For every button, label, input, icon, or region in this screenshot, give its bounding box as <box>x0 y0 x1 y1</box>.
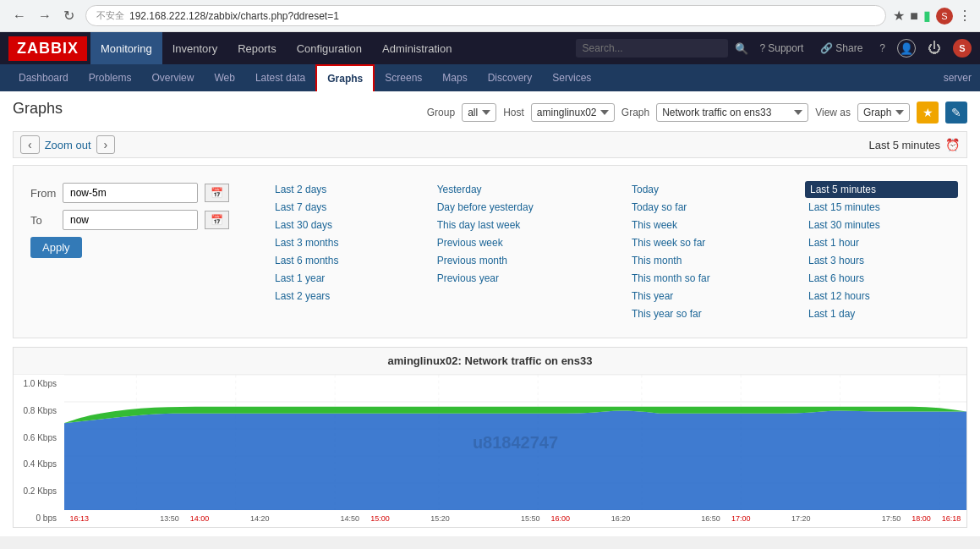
quick-link[interactable]: Last 1 day <box>805 305 958 322</box>
quick-link[interactable]: Last 6 months <box>271 252 417 269</box>
quick-link[interactable]: This week <box>628 217 788 233</box>
quick-link[interactable]: Last 3 hours <box>805 252 958 269</box>
quick-link[interactable]: Last 15 minutes <box>805 199 958 216</box>
quick-link[interactable]: Last 2 years <box>271 288 417 305</box>
quick-link[interactable]: Last 5 minutes <box>805 181 958 198</box>
subnav-graphs[interactable]: Graphs <box>315 64 375 91</box>
zabbix-logo[interactable]: ZABBIX <box>8 36 87 61</box>
to-input[interactable] <box>63 210 198 230</box>
x-axis-tick: 17:20 <box>786 514 817 523</box>
quick-link[interactable]: Last 1 hour <box>805 234 958 251</box>
more-options-icon[interactable]: ⋮ <box>958 8 972 24</box>
subnav-problems[interactable]: Problems <box>79 64 142 91</box>
share-button[interactable]: 🔗 Share <box>815 40 868 57</box>
zoom-next-button[interactable]: › <box>96 135 116 154</box>
x-axis-tick: 16:13 <box>64 514 95 523</box>
zoom-bar: ‹ Zoom out › Last 5 minutes ⏰ <box>13 131 967 158</box>
subnav-latestdata[interactable]: Latest data <box>245 64 315 91</box>
date-form: From 📅 To 📅 Apply <box>14 174 246 329</box>
subnav-dashboard[interactable]: Dashboard <box>8 64 79 91</box>
to-row: To 📅 <box>30 210 229 230</box>
subnav-web[interactable]: Web <box>204 64 244 91</box>
quick-link[interactable]: Last 30 minutes <box>805 217 958 233</box>
x-axis-tick: 14:00 <box>184 514 215 523</box>
quick-link[interactable]: Last 30 days <box>271 217 417 233</box>
user-badge[interactable]: S <box>953 39 972 58</box>
quick-link[interactable]: This day last week <box>434 217 611 233</box>
subnav-discovery[interactable]: Discovery <box>478 64 543 91</box>
power-button[interactable]: ⏻ <box>923 38 946 58</box>
extensions-icon[interactable]: ■ <box>910 8 918 24</box>
from-input[interactable] <box>63 183 198 203</box>
browser-icons: ★ ■ ▮ S ⋮ <box>893 8 972 25</box>
quick-link[interactable]: Day before yesterday <box>434 199 611 216</box>
quick-link[interactable]: Last 7 days <box>271 199 417 216</box>
graph-container[interactable]: 1.0 Kbps0.8 Kbps0.6 Kbps0.4 Kbps0.2 Kbps… <box>14 375 966 527</box>
quick-link[interactable] <box>271 305 417 322</box>
share-icon: 🔗 <box>820 42 833 54</box>
search-icon[interactable]: 🔍 <box>735 42 748 55</box>
group-label: Group <box>427 107 455 118</box>
nav-administration[interactable]: Administration <box>372 32 462 64</box>
nav-inventory[interactable]: Inventory <box>162 32 227 64</box>
quick-link[interactable]: This month so far <box>628 270 788 287</box>
quick-link[interactable]: Previous week <box>434 234 611 251</box>
sub-nav: Dashboard Problems Overview Web Latest d… <box>0 64 980 91</box>
quick-link[interactable]: Last 1 year <box>271 270 417 287</box>
quick-link[interactable]: This week so far <box>628 234 788 251</box>
from-calendar-button[interactable]: 📅 <box>205 184 229 202</box>
quick-link[interactable] <box>434 288 611 305</box>
subnav-overview[interactable]: Overview <box>141 64 204 91</box>
quick-link[interactable]: Last 3 months <box>271 234 417 251</box>
quick-link[interactable] <box>434 305 611 322</box>
browser-bar: ← → ↻ 不安全 192.168.222.128/zabbix/charts.… <box>0 0 980 32</box>
y-axis-label: 0.6 Kbps <box>18 433 60 442</box>
nav-monitoring[interactable]: Monitoring <box>90 32 162 64</box>
global-search[interactable] <box>576 39 728 58</box>
graph-select[interactable]: Network traffic on ens33 <box>656 103 808 122</box>
quick-link[interactable]: Today <box>628 181 788 198</box>
quick-link[interactable]: This year so far <box>628 305 788 322</box>
quick-link[interactable]: Previous month <box>434 252 611 269</box>
from-label: From <box>30 187 56 200</box>
edit-button[interactable]: ✎ <box>945 102 967 124</box>
quick-link[interactable]: Last 2 days <box>271 181 417 198</box>
quick-link[interactable]: This year <box>628 288 788 305</box>
page-title: Graphs <box>13 100 63 118</box>
subnav-screens[interactable]: Screens <box>375 64 432 91</box>
user-icon[interactable]: 👤 <box>897 39 916 58</box>
quick-link[interactable]: Last 12 hours <box>805 288 958 305</box>
viewas-select[interactable]: Graph <box>857 103 910 122</box>
help-button[interactable]: ? <box>874 40 890 57</box>
header-right: 🔍 ? Support 🔗 Share ? 👤 ⏻ S <box>576 38 972 58</box>
reload-button[interactable]: ↻ <box>59 6 79 25</box>
support-button[interactable]: ? Support <box>755 40 809 57</box>
nav-configuration[interactable]: Configuration <box>287 32 372 64</box>
quick-link[interactable]: Last 6 hours <box>805 270 958 287</box>
back-button[interactable]: ← <box>8 6 30 25</box>
star-icon[interactable]: ★ <box>893 8 905 24</box>
quick-link[interactable]: Previous year <box>434 270 611 287</box>
group-select[interactable]: all <box>462 103 496 122</box>
forward-button[interactable]: → <box>34 6 56 25</box>
quick-link[interactable]: Yesterday <box>434 181 611 198</box>
graph-area: aminglinux02: Network traffic on ens33 1… <box>13 347 967 528</box>
apply-button[interactable]: Apply <box>30 237 82 258</box>
to-calendar-button[interactable]: 📅 <box>205 211 229 229</box>
zoom-prev-button[interactable]: ‹ <box>20 135 40 154</box>
address-bar[interactable]: 不安全 192.168.222.128/zabbix/charts.php?dd… <box>85 5 886 26</box>
zoom-out-button[interactable]: Zoom out <box>45 139 91 151</box>
host-select[interactable]: aminglinux02 <box>531 103 615 122</box>
subnav-services[interactable]: Services <box>542 64 601 91</box>
quick-link[interactable]: Today so far <box>628 199 788 216</box>
app-nav: Monitoring Inventory Reports Configurati… <box>90 32 576 64</box>
subnav-maps[interactable]: Maps <box>432 64 477 91</box>
graph-label: Graph <box>621 107 649 118</box>
quick-link[interactable]: This month <box>628 252 788 269</box>
clock-icon[interactable]: ⏰ <box>945 138 960 151</box>
shield-icon[interactable]: ▮ <box>923 8 931 24</box>
user-avatar[interactable]: S <box>936 8 953 25</box>
nav-reports[interactable]: Reports <box>227 32 287 64</box>
x-axis-tick: 14:50 <box>335 514 365 523</box>
favorite-button[interactable]: ★ <box>917 102 939 124</box>
